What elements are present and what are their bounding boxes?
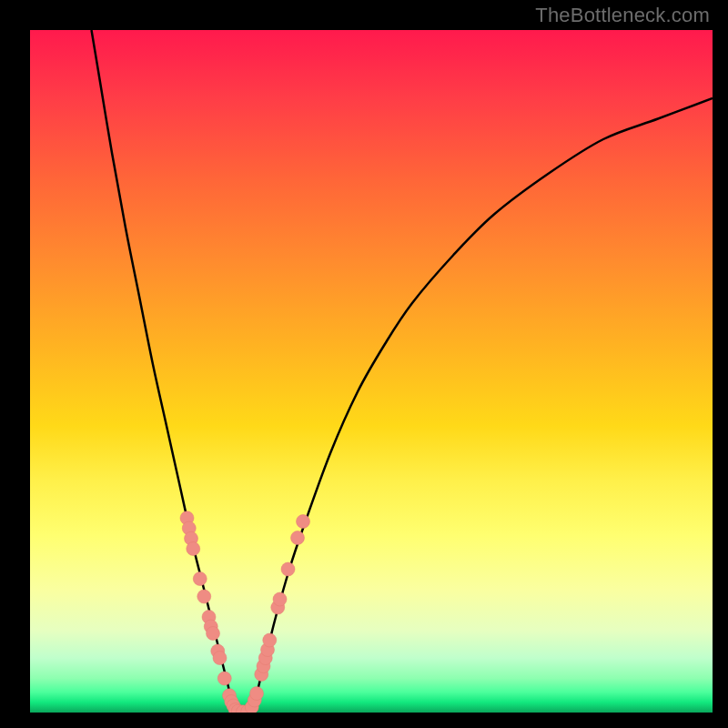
marker-dot — [207, 627, 220, 641]
chart-frame: TheBottleneck.com — [0, 0, 728, 728]
marker-dot — [291, 531, 305, 545]
marker-dot — [250, 687, 264, 701]
chart-svg — [30, 30, 713, 713]
marker-dot — [273, 592, 287, 606]
marker-dot — [197, 590, 211, 603]
marker-dot — [281, 562, 295, 576]
marker-dot — [193, 572, 207, 586]
data-markers — [180, 511, 310, 713]
marker-dot — [213, 652, 227, 665]
marker-dot — [263, 633, 277, 647]
curve-path — [92, 30, 713, 713]
marker-dot — [187, 542, 200, 556]
chart-plot-area — [30, 30, 713, 713]
watermark-text: TheBottleneck.com — [535, 4, 710, 27]
bottleneck-curve — [92, 30, 713, 713]
marker-dot — [217, 672, 231, 685]
marker-dot — [297, 515, 310, 529]
